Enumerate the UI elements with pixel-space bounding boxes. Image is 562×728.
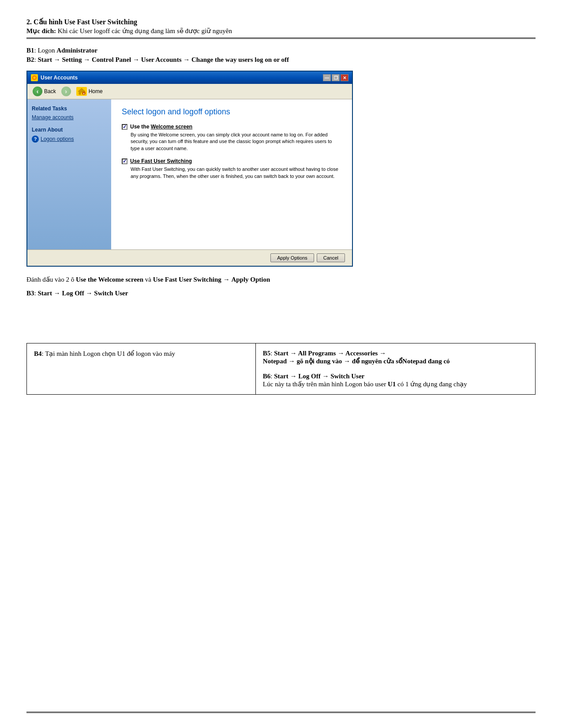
user-accounts-dialog: User Accounts — ❐ ✕ ‹ Back › ♦ Home (26, 71, 353, 267)
home-label: Home (89, 88, 103, 94)
back-arrow-icon: ‹ (33, 87, 42, 96)
back-label: Back (44, 88, 56, 94)
b3-path: Start → Log Off → Switch User (37, 290, 128, 297)
home-icon: ♦ (76, 87, 87, 96)
related-tasks-title: Related Tasks (32, 106, 107, 112)
dialog-title: User Accounts (41, 75, 78, 81)
b2-path: Start → Setting → Control Panel → User A… (37, 56, 289, 63)
b5-block: B5: Start → All Programs → Accessories →… (263, 350, 528, 365)
welcome-screen-text: Use the Welcome screen (130, 124, 192, 130)
svg-point-1 (33, 76, 36, 79)
manage-accounts-link[interactable]: Manage accounts (32, 114, 107, 121)
b6-block: B6: Start → Log Off → Switch User Lúc nà… (263, 373, 528, 388)
dialog-body: Related Tasks Manage accounts Learn Abou… (27, 99, 352, 249)
svg-text:♦: ♦ (83, 92, 84, 95)
b1-block: B1: Logon Administrator B2: Start → Sett… (26, 47, 536, 64)
welcome-screen-label: ✓ Use the Welcome screen (122, 124, 341, 130)
spacer-3 (26, 430, 536, 465)
dialog-toolbar: ‹ Back › ♦ Home (27, 84, 352, 99)
fast-user-switching-text: Use Fast User Switching (130, 158, 192, 164)
b3-line: B3: Start → Log Off → Switch User (26, 290, 536, 297)
muc-dich-label: Mục đích: (26, 27, 56, 34)
b6-desc: Lúc này ta thấy trên màn hình Logon báo … (263, 381, 388, 388)
note-b2-bold1: Use the Welcome screen (76, 276, 143, 283)
apply-options-button[interactable]: Apply Options (270, 253, 314, 262)
dialog-footer: Apply Options Cancel (27, 249, 352, 266)
logon-options-label: Logon options (41, 136, 74, 142)
note-b2-arrow: → (221, 276, 232, 283)
table-row: B4: Tại màn hình Logon chọn U1 để logon … (27, 343, 536, 395)
b5-line2: Notepad → gõ nội dung vào → để nguyên cử… (263, 358, 402, 365)
b2-label: B2 (26, 56, 34, 63)
b1-bold: Administrator (56, 47, 97, 54)
note-b2-and: và (143, 276, 153, 283)
section-header: 2. Cấu hình Use Fast User Switching Mục … (26, 18, 536, 39)
welcome-screen-underline: Welcome screen (151, 124, 193, 130)
welcome-screen-checkbox[interactable]: ✓ (122, 124, 127, 130)
b5-label: B5 (263, 350, 271, 357)
section-number: 2. (26, 18, 32, 26)
muc-dich-text: Khi các User logoff các ứng dụng đang là… (58, 27, 232, 34)
b4-text: : Tại màn hình Logon chọn U1 để logon và… (42, 350, 176, 357)
note-b2-bold2: Use Fast User Switching (153, 276, 221, 283)
welcome-screen-desc: By using the Welcome screen, you can sim… (131, 132, 341, 152)
titlebar-buttons: — ❐ ✕ (323, 74, 348, 81)
fast-user-switching-checkbox[interactable]: ✓ (122, 158, 127, 164)
restore-button[interactable]: ❐ (332, 74, 340, 81)
b5-line2b: đang có (426, 358, 450, 365)
spacer-1 (26, 299, 536, 334)
b5-b6-cell: B5: Start → All Programs → Accessories →… (255, 343, 535, 395)
titlebar-left: User Accounts (31, 74, 78, 81)
steps-table: B4: Tại màn hình Logon chọn U1 để logon … (26, 343, 536, 395)
spacer-2 (26, 395, 536, 430)
back-button[interactable]: ‹ Back (31, 86, 58, 97)
fast-user-switching-checkbox-item: ✓ Use Fast User Switching With Fast User… (122, 158, 341, 180)
help-icon: ? (32, 136, 39, 143)
fast-user-switching-label: ✓ Use Fast User Switching (122, 158, 341, 164)
welcome-screen-checkbox-item: ✓ Use the Welcome screen By using the We… (122, 124, 341, 152)
b2-line: B2: Start → Setting → Control Panel → Us… (26, 56, 536, 64)
b1-line: B1: Logon Administrator (26, 47, 536, 54)
b6-path: Start → Log Off → Switch User (274, 373, 364, 380)
note-b2-bold3: Apply Option (231, 276, 270, 283)
forward-arrow-icon[interactable]: › (61, 87, 71, 96)
dialog-content: Select logon and logoff options ✓ Use th… (111, 99, 352, 249)
dialog-sidebar: Related Tasks Manage accounts Learn Abou… (27, 99, 111, 249)
section-title-text: Cấu hình Use Fast User Switching (34, 18, 137, 26)
b6-bold: U1 (388, 381, 396, 388)
b1-text: : Logon (34, 47, 57, 54)
b4-label: B4 (34, 350, 42, 357)
dialog-titlebar: User Accounts — ❐ ✕ (27, 72, 352, 84)
cancel-button[interactable]: Cancel (317, 253, 345, 262)
b1-label: B1 (26, 47, 34, 54)
b5-path: Start → All Programs → Accessories → (274, 350, 386, 357)
section-subtitle: Mục đích: Khi các User logoff các ứng dụ… (26, 27, 536, 35)
fast-user-switching-desc: With Fast User Switching, you can quickl… (131, 166, 341, 180)
learn-about-section: Learn About ? Logon options (32, 127, 107, 143)
learn-about-title: Learn About (32, 127, 107, 133)
b3-label: B3 (26, 290, 34, 297)
home-button[interactable]: ♦ Home (75, 86, 105, 97)
page-footer (26, 712, 536, 715)
b4-cell: B4: Tại màn hình Logon chọn U1 để logon … (27, 343, 256, 395)
note-b2-line: Đánh dấu vào 2 ô Use the Welcome screen … (26, 275, 536, 283)
minimize-button[interactable]: — (323, 74, 331, 81)
content-title: Select logon and logoff options (122, 107, 341, 117)
logon-options-link[interactable]: ? Logon options (32, 136, 107, 143)
b6-desc2: có 1 ứng dụng đang chạy (396, 381, 467, 388)
b6-label: B6 (263, 373, 271, 380)
section-title: 2. Cấu hình Use Fast User Switching (26, 18, 536, 26)
dialog-icon (31, 74, 38, 81)
b5-bold2: Notepad (402, 358, 426, 365)
close-button[interactable]: ✕ (341, 74, 348, 81)
note-b2-text: Đánh dấu vào 2 ô (26, 276, 76, 283)
